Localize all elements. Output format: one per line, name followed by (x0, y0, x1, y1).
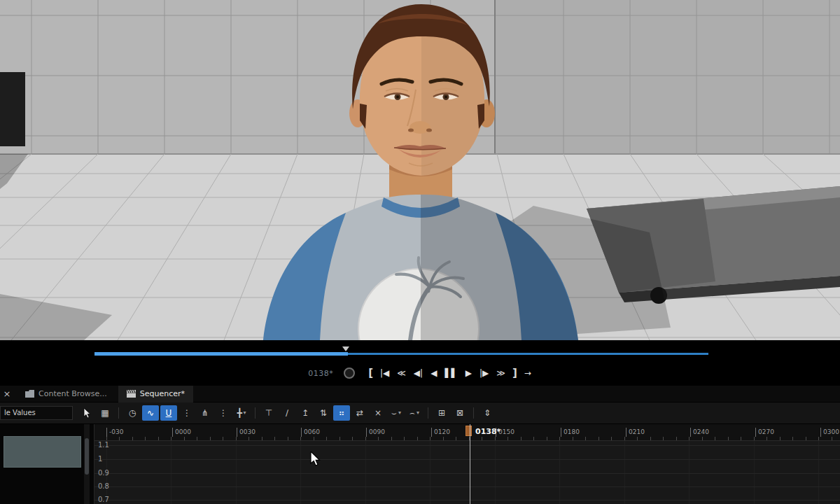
minor-ticks (106, 437, 840, 440)
playhead-handle[interactable] (465, 426, 472, 436)
ruler-tick: 0030 (237, 428, 255, 437)
range-end-bracket-icon[interactable]: ] (512, 367, 517, 379)
playhead-frame-label: 0138* (475, 427, 500, 436)
play-forward-button[interactable]: ▶ (465, 368, 472, 379)
chevron-down-icon: ▾ (244, 405, 246, 421)
vertical-scrollbar[interactable] (84, 424, 90, 504)
tab-content-browser[interactable]: Content Browse... (17, 386, 115, 402)
overflow-menu-icon-2[interactable]: ⋮ (215, 405, 232, 421)
add-key-icon[interactable]: ⊞ (433, 405, 450, 421)
play-reverse-button[interactable]: ◀ (430, 368, 438, 379)
chevron-down-icon: ▾ (398, 405, 401, 421)
swap-keys-icon[interactable]: ⇄ (351, 405, 368, 421)
value-axis-label: 0.8 (98, 482, 109, 491)
values-filter-field[interactable]: le Values (0, 406, 73, 420)
ruler-tick: 0180 (561, 428, 580, 437)
marquee-select-icon[interactable]: ▦ (97, 405, 113, 421)
tangent-mode-icon[interactable]: ⋔ (197, 405, 214, 421)
ease-out-glyph: ⌢ (410, 405, 415, 421)
panel-tab-bar: × Content Browse... Sequencer* (0, 386, 840, 402)
scrub-marker-icon[interactable] (342, 346, 349, 351)
content-browser-icon (25, 390, 34, 398)
value-axis-label: 1.1 (98, 441, 109, 449)
grid-line (94, 445, 840, 446)
pause-button[interactable]: ▌▌ (444, 368, 458, 379)
value-axis-label: 0.9 (98, 469, 109, 477)
break-tangents-icon[interactable]: × (370, 405, 386, 421)
track-outliner-panel (0, 424, 94, 504)
selected-track-row[interactable] (4, 436, 81, 468)
step-back-button[interactable]: ◀| (413, 368, 424, 379)
flatten-tangents-icon[interactable]: ⊤ (260, 405, 277, 421)
ruler-tick: 0270 (755, 428, 774, 437)
jump-back-button[interactable]: ≪ (396, 368, 407, 379)
grid-line (94, 486, 840, 487)
transport-bar: 0138* [ |◀ ≪ ◀| ◀ ▌▌ ▶ |▶ ≫ ] → (0, 360, 840, 386)
chevron-down-icon: ▾ (416, 405, 419, 421)
grid-line (94, 459, 840, 460)
ruler-tick: 0060 (301, 428, 320, 437)
ruler-tick: 0210 (626, 428, 645, 437)
range-start-bracket-icon[interactable]: [ (368, 367, 373, 379)
select-tool-icon[interactable] (78, 405, 95, 421)
current-frame-readout: 0138* (308, 369, 333, 378)
straighten-tangents-icon[interactable]: ∕ (279, 405, 295, 421)
playhead-line[interactable] (470, 424, 470, 504)
scrollbar-thumb[interactable] (85, 438, 89, 475)
jump-to-start-button[interactable]: |◀ (379, 368, 390, 379)
tab-label: Content Browse... (38, 389, 107, 398)
normalized-view-icon[interactable]: U (160, 405, 177, 421)
ease-in-glyph: ⌣ (391, 405, 397, 421)
toolbar-separator (428, 407, 428, 419)
transform-glyph: ╋ (237, 405, 241, 421)
toolbar-separator (118, 407, 119, 419)
match-keys-icon[interactable]: ⇅ (315, 405, 332, 421)
grid-line (94, 473, 840, 474)
tab-sequencer[interactable]: Sequencer* (118, 386, 193, 402)
record-button[interactable] (344, 368, 355, 379)
ease-in-curve-icon[interactable]: ⌣ ▾ (388, 405, 405, 421)
ease-out-curve-icon[interactable]: ⌢ ▾ (406, 405, 423, 421)
ruler-tick: 0120 (431, 428, 450, 437)
grid-line (94, 500, 840, 500)
stretch-keys-icon[interactable]: ⇕ (479, 405, 496, 421)
curve-editor-canvas[interactable]: 1.1 1 0.9 0.8 0.7 (94, 441, 840, 504)
timeline-played-bar[interactable] (94, 352, 348, 356)
ruler-tick: 0240 (690, 428, 709, 437)
ruler-tick: 0300 (820, 428, 839, 437)
transform-tool-icon[interactable]: ╋ ▾ (233, 405, 250, 421)
scatter-keys-icon[interactable]: ⠶ (333, 405, 350, 421)
toolbar-separator (255, 407, 255, 419)
ruler-tick: -030 (106, 428, 123, 437)
jump-forward-button[interactable]: ≫ (496, 368, 506, 379)
curve-view-icon[interactable]: ∿ (142, 405, 159, 421)
timeline-ruler[interactable]: -030 0000 0030 0060 0090 0120 0150 0180 … (94, 424, 840, 441)
overflow-menu-icon[interactable]: ⋮ (178, 405, 195, 421)
curve-editor-toolbar: le Values ▦ ◷ ∿ U ⋮ ⋔ ⋮ ╋ ▾ ⊤ ∕ ↥ ⇅ ⠶ ⇄ … (0, 402, 840, 424)
scrub-strip (0, 340, 840, 360)
remove-key-icon[interactable]: ⊠ (451, 405, 468, 421)
ruler-tick: 0090 (366, 428, 385, 437)
value-axis-label: 1 (98, 455, 102, 463)
value-axis-label: 0.7 (98, 496, 109, 504)
time-snap-icon[interactable]: ◷ (124, 405, 141, 421)
unreal-editor-window: 0138* [ |◀ ≪ ◀| ◀ ▌▌ ▶ |▶ ≫ ] → × Conten… (0, 0, 840, 504)
viewport-3d[interactable] (0, 0, 840, 340)
toolbar-separator (473, 407, 474, 419)
close-panel-icon[interactable]: × (0, 388, 14, 399)
snap-keys-icon[interactable]: ↥ (297, 405, 314, 421)
ruler-tick: 0000 (172, 428, 191, 437)
loop-forward-button[interactable]: → (524, 368, 532, 379)
step-forward-button[interactable]: |▶ (479, 368, 489, 379)
sequencer-clapperboard-icon (127, 390, 136, 398)
scene-graphic (0, 0, 840, 340)
tab-label: Sequencer* (140, 389, 185, 398)
